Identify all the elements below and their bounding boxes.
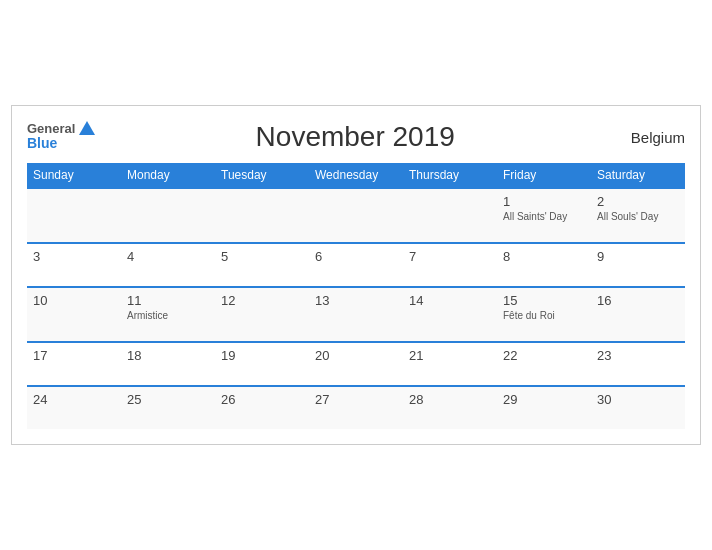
logo-blue: Blue xyxy=(27,136,95,151)
calendar-day-cell xyxy=(27,188,121,243)
weekday-header-cell: Tuesday xyxy=(215,163,309,188)
calendar-day-cell: 6 xyxy=(309,243,403,287)
day-number: 15 xyxy=(503,293,585,308)
weekday-header-cell: Friday xyxy=(497,163,591,188)
calendar-day-cell: 12 xyxy=(215,287,309,342)
calendar-day-cell: 2All Souls' Day xyxy=(591,188,685,243)
weekday-header-cell: Sunday xyxy=(27,163,121,188)
calendar-title: November 2019 xyxy=(95,121,615,153)
calendar-table: SundayMondayTuesdayWednesdayThursdayFrid… xyxy=(27,163,685,429)
day-number: 7 xyxy=(409,249,491,264)
day-number: 18 xyxy=(127,348,209,363)
calendar-day-cell: 26 xyxy=(215,386,309,429)
calendar-week-row: 3456789 xyxy=(27,243,685,287)
day-number: 17 xyxy=(33,348,115,363)
day-number: 20 xyxy=(315,348,397,363)
day-number: 22 xyxy=(503,348,585,363)
day-number: 1 xyxy=(503,194,585,209)
day-number: 23 xyxy=(597,348,679,363)
calendar-day-cell xyxy=(309,188,403,243)
day-number: 29 xyxy=(503,392,585,407)
calendar-day-cell: 10 xyxy=(27,287,121,342)
day-number: 10 xyxy=(33,293,115,308)
calendar-day-cell: 14 xyxy=(403,287,497,342)
weekday-header-cell: Monday xyxy=(121,163,215,188)
weekday-header-cell: Thursday xyxy=(403,163,497,188)
day-number: 3 xyxy=(33,249,115,264)
day-number: 13 xyxy=(315,293,397,308)
calendar-week-row: 1011Armistice12131415Fête du Roi16 xyxy=(27,287,685,342)
day-number: 25 xyxy=(127,392,209,407)
calendar-day-cell: 1All Saints' Day xyxy=(497,188,591,243)
calendar-day-cell: 27 xyxy=(309,386,403,429)
day-number: 28 xyxy=(409,392,491,407)
calendar-header: General Blue November 2019 Belgium xyxy=(27,121,685,153)
logo-triangle-icon xyxy=(79,121,95,135)
calendar-day-cell: 25 xyxy=(121,386,215,429)
day-number: 2 xyxy=(597,194,679,209)
calendar-day-cell: 29 xyxy=(497,386,591,429)
day-number: 8 xyxy=(503,249,585,264)
holiday-label: All Saints' Day xyxy=(503,211,585,222)
logo: General Blue xyxy=(27,122,95,152)
calendar-day-cell: 18 xyxy=(121,342,215,386)
day-number: 12 xyxy=(221,293,303,308)
weekday-header-cell: Saturday xyxy=(591,163,685,188)
calendar-day-cell: 28 xyxy=(403,386,497,429)
day-number: 11 xyxy=(127,293,209,308)
holiday-label: Armistice xyxy=(127,310,209,321)
calendar-day-cell: 24 xyxy=(27,386,121,429)
calendar-day-cell: 11Armistice xyxy=(121,287,215,342)
calendar-day-cell: 8 xyxy=(497,243,591,287)
calendar-day-cell: 15Fête du Roi xyxy=(497,287,591,342)
calendar-week-row: 1All Saints' Day2All Souls' Day xyxy=(27,188,685,243)
calendar-wrapper: General Blue November 2019 Belgium Sunda… xyxy=(11,105,701,445)
calendar-day-cell: 5 xyxy=(215,243,309,287)
country-label: Belgium xyxy=(615,129,685,146)
logo-general: General xyxy=(27,122,75,136)
calendar-day-cell: 22 xyxy=(497,342,591,386)
calendar-thead: SundayMondayTuesdayWednesdayThursdayFrid… xyxy=(27,163,685,188)
holiday-label: All Souls' Day xyxy=(597,211,679,222)
calendar-tbody: 1All Saints' Day2All Souls' Day345678910… xyxy=(27,188,685,429)
calendar-day-cell xyxy=(403,188,497,243)
calendar-day-cell xyxy=(121,188,215,243)
calendar-day-cell: 3 xyxy=(27,243,121,287)
calendar-day-cell: 20 xyxy=(309,342,403,386)
day-number: 19 xyxy=(221,348,303,363)
day-number: 16 xyxy=(597,293,679,308)
calendar-day-cell: 9 xyxy=(591,243,685,287)
weekday-header-cell: Wednesday xyxy=(309,163,403,188)
calendar-week-row: 17181920212223 xyxy=(27,342,685,386)
day-number: 27 xyxy=(315,392,397,407)
calendar-day-cell: 17 xyxy=(27,342,121,386)
day-number: 24 xyxy=(33,392,115,407)
calendar-week-row: 24252627282930 xyxy=(27,386,685,429)
day-number: 14 xyxy=(409,293,491,308)
day-number: 26 xyxy=(221,392,303,407)
calendar-day-cell: 19 xyxy=(215,342,309,386)
calendar-day-cell xyxy=(215,188,309,243)
calendar-day-cell: 7 xyxy=(403,243,497,287)
calendar-day-cell: 4 xyxy=(121,243,215,287)
calendar-day-cell: 30 xyxy=(591,386,685,429)
weekday-header-row: SundayMondayTuesdayWednesdayThursdayFrid… xyxy=(27,163,685,188)
calendar-day-cell: 21 xyxy=(403,342,497,386)
calendar-day-cell: 23 xyxy=(591,342,685,386)
day-number: 5 xyxy=(221,249,303,264)
day-number: 30 xyxy=(597,392,679,407)
holiday-label: Fête du Roi xyxy=(503,310,585,321)
calendar-day-cell: 16 xyxy=(591,287,685,342)
day-number: 9 xyxy=(597,249,679,264)
day-number: 21 xyxy=(409,348,491,363)
calendar-day-cell: 13 xyxy=(309,287,403,342)
day-number: 6 xyxy=(315,249,397,264)
day-number: 4 xyxy=(127,249,209,264)
